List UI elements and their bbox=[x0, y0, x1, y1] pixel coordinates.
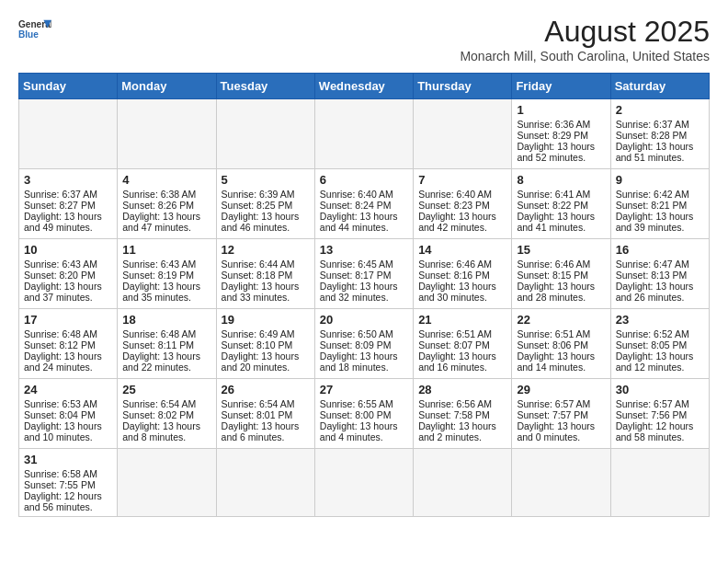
calendar-cell: 4Sunrise: 6:38 AMSunset: 8:26 PMDaylight… bbox=[118, 169, 216, 239]
day-info: Sunset: 7:56 PM bbox=[616, 409, 704, 420]
day-info: Sunset: 7:58 PM bbox=[418, 409, 506, 420]
day-info: Daylight: 13 hours and 41 minutes. bbox=[517, 211, 605, 233]
day-number: 15 bbox=[517, 243, 605, 257]
day-info: Sunrise: 6:47 AM bbox=[616, 259, 704, 270]
calendar-cell: 19Sunrise: 6:49 AMSunset: 8:10 PMDayligh… bbox=[216, 309, 314, 379]
calendar-cell: 5Sunrise: 6:39 AMSunset: 8:25 PMDaylight… bbox=[216, 169, 314, 239]
day-info: Daylight: 13 hours and 49 minutes. bbox=[24, 211, 112, 233]
day-info: Sunset: 8:23 PM bbox=[418, 200, 506, 211]
day-info: Daylight: 13 hours and 22 minutes. bbox=[122, 350, 210, 373]
day-number: 8 bbox=[517, 173, 605, 187]
day-number: 3 bbox=[24, 173, 112, 187]
day-info: Sunset: 8:18 PM bbox=[222, 270, 310, 281]
day-info: Sunrise: 6:51 AM bbox=[517, 328, 605, 339]
day-info: Sunset: 8:25 PM bbox=[222, 200, 310, 211]
calendar-cell bbox=[216, 449, 314, 517]
day-info: Sunrise: 6:43 AM bbox=[122, 259, 210, 270]
day-number: 5 bbox=[222, 173, 310, 187]
day-info: Daylight: 12 hours and 56 minutes. bbox=[24, 490, 112, 512]
day-info: Sunset: 8:29 PM bbox=[517, 130, 605, 141]
calendar-cell bbox=[314, 449, 413, 517]
calendar-cell: 31Sunrise: 6:58 AMSunset: 7:55 PMDayligh… bbox=[19, 449, 118, 517]
calendar-cell bbox=[414, 449, 512, 517]
weekday-header-tuesday: Tuesday bbox=[216, 74, 314, 99]
logo: General Blue bbox=[18, 15, 51, 48]
day-info: Sunrise: 6:48 AM bbox=[122, 328, 210, 339]
day-info: Sunrise: 6:56 AM bbox=[418, 398, 506, 409]
day-info: Sunrise: 6:45 AM bbox=[320, 259, 408, 270]
day-number: 17 bbox=[24, 313, 112, 327]
day-info: Sunset: 8:04 PM bbox=[24, 409, 112, 420]
day-info: Sunrise: 6:51 AM bbox=[418, 328, 506, 339]
calendar-table: SundayMondayTuesdayWednesdayThursdayFrid… bbox=[18, 73, 710, 517]
day-info: Sunset: 8:09 PM bbox=[320, 339, 408, 350]
day-number: 24 bbox=[24, 383, 112, 396]
day-info: Sunrise: 6:57 AM bbox=[616, 398, 704, 409]
calendar-cell bbox=[414, 99, 512, 169]
day-info: Daylight: 13 hours and 0 minutes. bbox=[517, 420, 605, 442]
day-info: Sunset: 8:28 PM bbox=[616, 130, 704, 141]
day-number: 2 bbox=[616, 103, 704, 117]
day-info: Sunrise: 6:58 AM bbox=[24, 468, 112, 479]
calendar-cell: 9Sunrise: 6:42 AMSunset: 8:21 PMDaylight… bbox=[610, 169, 709, 239]
day-info: Sunrise: 6:43 AM bbox=[24, 259, 112, 270]
calendar-cell: 21Sunrise: 6:51 AMSunset: 8:07 PMDayligh… bbox=[414, 309, 512, 379]
day-info: Sunset: 7:55 PM bbox=[24, 479, 112, 490]
calendar-title: August 2025 bbox=[460, 15, 710, 49]
day-number: 31 bbox=[24, 453, 112, 466]
day-number: 25 bbox=[122, 383, 210, 396]
calendar-cell: 23Sunrise: 6:52 AMSunset: 8:05 PMDayligh… bbox=[610, 309, 709, 379]
day-info: Daylight: 13 hours and 52 minutes. bbox=[517, 141, 605, 163]
week-row-4: 17Sunrise: 6:48 AMSunset: 8:12 PMDayligh… bbox=[19, 309, 710, 379]
day-info: Sunrise: 6:46 AM bbox=[418, 259, 506, 270]
day-info: Sunset: 8:22 PM bbox=[517, 200, 605, 211]
day-number: 14 bbox=[418, 243, 506, 257]
week-row-1: 1Sunrise: 6:36 AMSunset: 8:29 PMDaylight… bbox=[19, 99, 710, 169]
day-info: Sunset: 8:00 PM bbox=[320, 409, 408, 420]
day-info: Sunrise: 6:40 AM bbox=[320, 189, 408, 200]
day-info: Sunrise: 6:52 AM bbox=[616, 328, 704, 339]
weekday-header-row: SundayMondayTuesdayWednesdayThursdayFrid… bbox=[19, 74, 710, 99]
day-info: Sunset: 8:01 PM bbox=[222, 409, 310, 420]
calendar-cell: 28Sunrise: 6:56 AMSunset: 7:58 PMDayligh… bbox=[414, 379, 512, 449]
day-info: Daylight: 13 hours and 37 minutes. bbox=[24, 281, 112, 303]
day-info: Daylight: 13 hours and 47 minutes. bbox=[122, 211, 210, 233]
day-info: Sunrise: 6:41 AM bbox=[517, 189, 605, 200]
day-info: Sunset: 8:06 PM bbox=[517, 339, 605, 350]
calendar-cell: 11Sunrise: 6:43 AMSunset: 8:19 PMDayligh… bbox=[118, 239, 216, 309]
calendar-cell: 17Sunrise: 6:48 AMSunset: 8:12 PMDayligh… bbox=[19, 309, 118, 379]
day-info: Daylight: 13 hours and 14 minutes. bbox=[517, 350, 605, 373]
day-number: 23 bbox=[616, 313, 704, 327]
day-info: Sunset: 8:17 PM bbox=[320, 270, 408, 281]
week-row-3: 10Sunrise: 6:43 AMSunset: 8:20 PMDayligh… bbox=[19, 239, 710, 309]
calendar-cell: 6Sunrise: 6:40 AMSunset: 8:24 PMDaylight… bbox=[314, 169, 413, 239]
day-info: Sunset: 8:24 PM bbox=[320, 200, 408, 211]
day-info: Sunrise: 6:36 AM bbox=[517, 119, 605, 130]
calendar-cell: 30Sunrise: 6:57 AMSunset: 7:56 PMDayligh… bbox=[610, 379, 709, 449]
day-info: Daylight: 13 hours and 32 minutes. bbox=[320, 281, 408, 303]
day-number: 6 bbox=[320, 173, 408, 187]
day-info: Daylight: 13 hours and 10 minutes. bbox=[24, 420, 112, 442]
day-info: Daylight: 13 hours and 12 minutes. bbox=[616, 350, 704, 373]
day-info: Daylight: 13 hours and 4 minutes. bbox=[320, 420, 408, 442]
day-info: Daylight: 13 hours and 26 minutes. bbox=[616, 281, 704, 303]
day-info: Sunset: 8:13 PM bbox=[616, 270, 704, 281]
day-number: 20 bbox=[320, 313, 408, 327]
header: General Blue August 2025 Monarch Mill, S… bbox=[18, 15, 710, 63]
calendar-cell: 27Sunrise: 6:55 AMSunset: 8:00 PMDayligh… bbox=[314, 379, 413, 449]
day-info: Daylight: 13 hours and 2 minutes. bbox=[418, 420, 506, 442]
calendar-subtitle: Monarch Mill, South Carolina, United Sta… bbox=[460, 49, 710, 63]
day-info: Daylight: 13 hours and 51 minutes. bbox=[616, 141, 704, 163]
day-info: Daylight: 12 hours and 58 minutes. bbox=[616, 420, 704, 442]
day-number: 16 bbox=[616, 243, 704, 257]
day-info: Sunrise: 6:50 AM bbox=[320, 328, 408, 339]
week-row-6: 31Sunrise: 6:58 AMSunset: 7:55 PMDayligh… bbox=[19, 449, 710, 517]
day-number: 28 bbox=[418, 383, 506, 396]
day-info: Daylight: 13 hours and 42 minutes. bbox=[418, 211, 506, 233]
day-info: Sunrise: 6:46 AM bbox=[517, 259, 605, 270]
calendar-cell bbox=[118, 449, 216, 517]
day-number: 1 bbox=[517, 103, 605, 117]
day-info: Daylight: 13 hours and 18 minutes. bbox=[320, 350, 408, 373]
day-number: 10 bbox=[24, 243, 112, 257]
calendar-cell bbox=[19, 99, 118, 169]
